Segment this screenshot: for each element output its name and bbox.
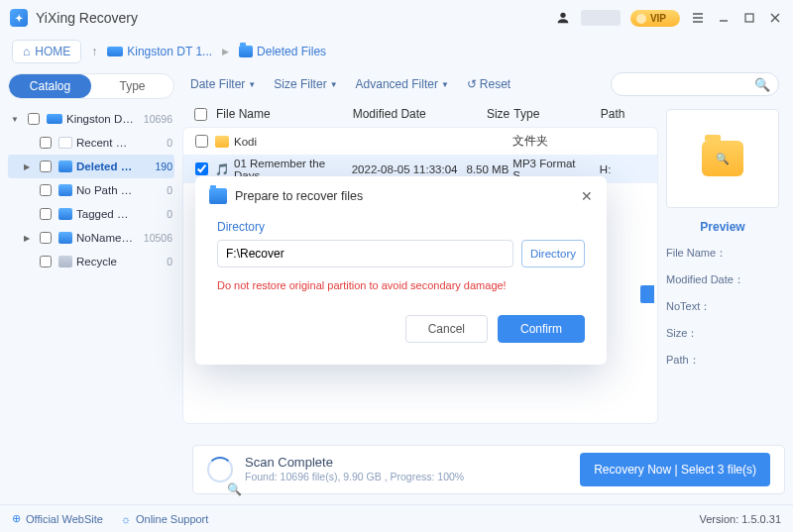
folder-icon	[58, 208, 72, 220]
table-row[interactable]: Kodi 文件夹	[183, 128, 657, 156]
col-date[interactable]: Modified Date	[353, 107, 461, 121]
folder-icon	[58, 137, 72, 149]
modal-close-icon[interactable]: ✕	[581, 188, 593, 204]
user-icon[interactable]	[555, 10, 571, 26]
preview-button[interactable]: Preview	[666, 220, 779, 234]
tree-item-checkbox[interactable]	[40, 137, 52, 149]
col-size[interactable]: Size	[464, 107, 510, 121]
tree-item-tagged[interactable]: Tagged Files 0	[8, 202, 174, 226]
filter-date-label: Date Filter	[190, 77, 245, 91]
row-checkbox[interactable]	[195, 162, 208, 175]
col-type[interactable]: Type	[513, 107, 597, 121]
confirm-button[interactable]: Confirm	[498, 315, 585, 343]
titlebar: ✦ YiXing Recovery VIP	[0, 0, 793, 36]
user-name-placeholder	[581, 10, 621, 26]
row-type: 文件夹	[512, 134, 596, 149]
breadcrumb-drive-label: Kingston DT 1...	[127, 45, 212, 58]
support-label: Online Support	[136, 513, 208, 525]
menu-icon[interactable]	[690, 10, 706, 26]
preview-notext-label: NoText：	[666, 299, 779, 314]
home-label: HOME	[35, 45, 70, 58]
breadcrumb-folder[interactable]: Deleted Files	[239, 45, 326, 58]
tree-item-checkbox[interactable]	[40, 208, 52, 220]
tree-item-deleted-files[interactable]: ▶ Deleted Files 190	[8, 155, 174, 178]
tree-item-label: Recycle	[76, 256, 135, 267]
vip-badge[interactable]: VIP	[630, 10, 680, 27]
folder-icon	[58, 232, 72, 244]
cancel-button[interactable]: Cancel	[405, 315, 488, 343]
tree: ▼ Kingston DT 101 G2 10696 Recent Delete…	[8, 107, 174, 273]
official-website-link[interactable]: ⊕Official WebSite	[12, 512, 103, 525]
breadcrumb-drive[interactable]: Kingston DT 1...	[107, 45, 212, 58]
directory-input[interactable]	[217, 240, 513, 267]
tree-root[interactable]: ▼ Kingston DT 101 G2 10696	[8, 107, 174, 131]
filter-reset[interactable]: ↺Reset	[467, 77, 510, 91]
tree-item-count: 0	[139, 208, 172, 220]
minimize-icon[interactable]	[716, 10, 732, 26]
recycle-icon	[58, 256, 72, 267]
drive-icon	[107, 47, 123, 56]
caret-right-icon[interactable]: ▶	[22, 234, 32, 243]
directory-label: Directory	[217, 220, 585, 234]
preview-filename-label: File Name：	[666, 246, 779, 261]
col-path[interactable]: Path	[601, 107, 650, 121]
table-header: File Name Modified Date Size Type Path	[182, 101, 658, 127]
caret-right-icon[interactable]: ▶	[22, 162, 32, 171]
browse-directory-button[interactable]: Directory	[521, 240, 585, 267]
tree-item-no-path[interactable]: No Path Files 0	[8, 178, 174, 202]
scan-title: Scan Complete	[245, 456, 464, 470]
filter-advanced[interactable]: Advanced Filter▼	[356, 77, 449, 91]
filter-size[interactable]: Size Filter▼	[274, 77, 337, 91]
tree-item-noname[interactable]: ▶ NoName Files 10506	[8, 226, 174, 250]
close-icon[interactable]	[767, 10, 783, 26]
caret-down-icon: ▼	[441, 80, 449, 89]
tree-item-count: 0	[139, 137, 172, 149]
row-date: 2022-08-05 11:33:04	[352, 163, 460, 175]
caret-down-icon: ▼	[330, 80, 338, 89]
tree-item-checkbox[interactable]	[40, 160, 52, 172]
recovery-button[interactable]: Recovery Now | Select 3 file(s)	[580, 453, 770, 486]
up-arrow-icon[interactable]: ↑	[91, 45, 97, 58]
toolbar: Date Filter▼ Size Filter▼ Advanced Filte…	[182, 67, 787, 101]
home-button[interactable]: ⌂ HOME	[12, 40, 81, 63]
reset-icon: ↺	[467, 77, 477, 91]
tree-root-checkbox[interactable]	[28, 113, 40, 125]
col-name[interactable]: File Name	[216, 107, 349, 121]
tree-root-count: 10696	[139, 113, 172, 125]
row-size: 8.50 MB	[463, 163, 509, 175]
tree-item-recent-deleted[interactable]: Recent Deleted 0	[8, 131, 174, 155]
preview-panel: 🔍 Preview File Name： Modified Date： NoTe…	[658, 101, 787, 504]
svg-point-0	[560, 13, 565, 18]
magnifier-icon: 🔍	[227, 482, 242, 496]
tree-item-checkbox[interactable]	[40, 184, 52, 196]
preview-thumbnail: 🔍	[666, 109, 779, 208]
filter-reset-label: Reset	[480, 77, 510, 91]
tree-item-checkbox[interactable]	[40, 232, 52, 244]
row-name: Kodi	[234, 136, 257, 148]
search-input[interactable]: 🔍	[611, 72, 779, 96]
caret-down-icon[interactable]: ▼	[10, 115, 20, 124]
tree-item-label: Deleted Files	[76, 160, 135, 172]
modal-body: Directory Directory Do not restore origi…	[195, 216, 607, 295]
tree-item-label: Tagged Files	[76, 208, 135, 220]
website-label: Official WebSite	[26, 513, 103, 525]
tab-type[interactable]: Type	[91, 74, 173, 98]
folder-icon	[215, 136, 229, 148]
online-support-link[interactable]: ☼Online Support	[121, 513, 208, 525]
maximize-icon[interactable]	[741, 10, 757, 26]
chevron-right-icon: ▶	[222, 47, 229, 56]
select-all-checkbox[interactable]	[194, 108, 207, 121]
scan-status-bar: 🔍 Scan Complete Found: 10696 file(s), 9.…	[192, 445, 785, 494]
spinner-icon	[207, 457, 233, 482]
globe-icon: ⊕	[12, 512, 21, 525]
row-checkbox[interactable]	[195, 135, 208, 148]
tree-item-recycle[interactable]: Recycle 0	[8, 250, 174, 273]
search-icon: 🔍	[754, 77, 770, 92]
filter-date[interactable]: Date Filter▼	[190, 77, 256, 91]
folder-icon	[58, 184, 72, 196]
folder-icon	[209, 188, 227, 204]
warning-text: Do not restore original partition to avo…	[217, 279, 585, 291]
tree-item-checkbox[interactable]	[40, 256, 52, 267]
preview-modified-label: Modified Date：	[666, 272, 779, 287]
tab-catalog[interactable]: Catalog	[9, 74, 91, 98]
